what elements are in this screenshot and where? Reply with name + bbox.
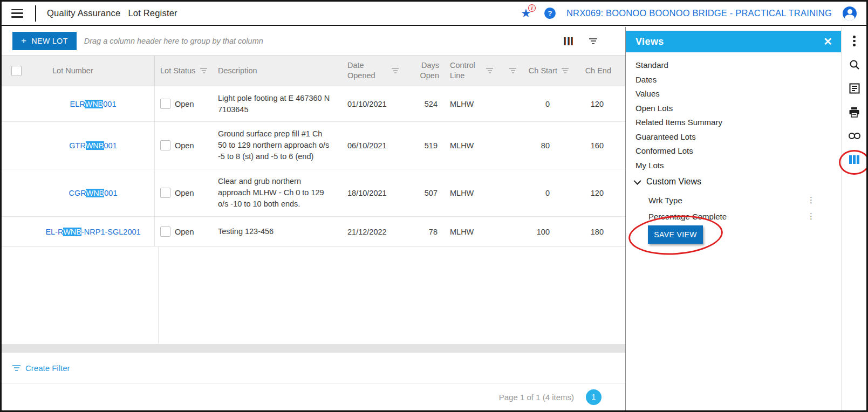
header-control-line[interactable]: Control Line [445,60,498,81]
search-highlight: WNB [63,228,81,236]
ch-end-cell: 120 [574,189,625,197]
kebab-menu-icon[interactable]: ⋮ [807,197,815,203]
header-ch-end[interactable]: Ch End [574,66,625,76]
topbar-divider [35,5,36,22]
views-columns-icon[interactable] [848,153,861,166]
custom-view-wrk-type[interactable]: Wrk Type ⋮ [626,192,841,208]
topbar-actions: ★ i ? NRX069: BOONOO BOONOO BRIDGE - PRA… [521,6,857,20]
form-view-icon[interactable] [848,82,861,95]
days-open-cell: 519 [404,141,445,150]
description-cell: Clear and grub northern approach MLHW - … [213,176,342,210]
view-item-values[interactable]: Values [626,87,841,101]
lot-status-checkbox[interactable] [160,99,170,109]
create-filter-button[interactable]: Create Filter [12,363,70,373]
favourites-star-icon[interactable]: ★ i [521,7,534,20]
lot-number-link[interactable]: ELRWNB001 [32,100,154,108]
print-icon[interactable] [848,106,861,119]
control-line-cell: MLHW [445,100,498,108]
header-description[interactable]: Description [213,66,342,76]
custom-view-percentage-complete[interactable]: Percentage Complete ⋮ [626,208,841,224]
grid-body: ELRWNB001 Open Light pole footing at E 4… [2,86,625,247]
lot-status-checkbox[interactable] [160,140,170,150]
search-icon[interactable] [848,58,861,71]
view-item-dates[interactable]: Dates [626,73,841,87]
table-row[interactable]: ELRWNB001 Open Light pole footing at E 4… [2,86,625,122]
grid-toolbar: + NEW LOT Drag a column header here to g… [2,27,625,55]
date-opened-cell: 06/10/2021 [342,141,404,150]
more-options-icon[interactable] [848,35,861,47]
lot-status-checkbox[interactable] [160,226,170,237]
ch-end-cell: 180 [574,228,625,236]
lot-grid-region: + NEW LOT Drag a column header here to g… [2,27,625,410]
lot-register-app: Quality Assurance Lot Register ★ i ? NRX… [0,0,868,412]
table-row[interactable]: GTRWNB001 Open Ground surface prep fill … [2,122,625,169]
header-filter-icon[interactable] [200,68,207,73]
ch-start-cell: 0 [523,189,574,197]
page-title: Lot Register [128,8,177,18]
ch-start-cell: 0 [523,100,574,108]
lot-number-link[interactable]: EL-RWNB-NRP1-SGL2001 [32,228,154,236]
hamburger-menu-icon[interactable] [11,9,23,18]
description-cell: Ground surface prep fill #1 Ch 50 to 129… [213,128,342,162]
filter-icon[interactable] [589,38,597,44]
save-view-button[interactable]: SAVE VIEW [648,225,703,244]
view-item-standard[interactable]: Standard [626,58,841,73]
filter-icon [12,365,20,371]
grid-empty-area [2,247,625,344]
column-chooser-icon[interactable] [564,37,573,45]
header-filter-icon[interactable] [392,68,399,73]
user-avatar[interactable] [843,6,857,20]
select-all-cell [2,66,32,76]
header-filter-icon[interactable] [509,68,516,73]
table-row[interactable]: CGRWNB001 Open Clear and grub northern a… [2,169,625,217]
top-bar: Quality Assurance Lot Register ★ i ? NRX… [2,2,866,26]
new-lot-button[interactable]: + NEW LOT [12,32,77,50]
control-line-cell: MLHW [445,141,498,150]
custom-views-group[interactable]: Custom Views [635,177,701,187]
help-icon[interactable]: ? [544,8,556,19]
pagination-bar: Page 1 of 1 (4 items) 1 [2,383,625,410]
description-cell: Testing 123-456 [213,226,342,237]
lot-number-link[interactable]: CGRWNB001 [32,189,154,197]
page-1-button[interactable]: 1 [586,389,602,405]
select-all-checkbox[interactable] [11,66,22,76]
view-item-conformed-lots[interactable]: Conformed Lots [626,144,841,159]
header-spacer [498,68,523,73]
header-date-opened[interactable]: Date Opened [342,60,404,81]
control-line-cell: MLHW [445,228,498,236]
header-lot-number[interactable]: Lot Number [32,66,154,76]
notification-badge: i [528,4,536,12]
header-ch-start[interactable]: Ch Start [523,66,574,76]
lot-status-checkbox[interactable] [160,188,170,198]
close-icon[interactable]: ✕ [823,36,832,47]
right-icon-sidebar [842,27,866,410]
plus-icon: + [21,36,26,46]
app-title: Quality Assurance [47,8,120,18]
views-panel-header: Views ✕ [626,31,841,52]
view-item-my-lots[interactable]: My Lots [626,159,841,173]
link-icon[interactable] [848,129,861,142]
view-item-open-lots[interactable]: Open Lots [626,101,841,116]
description-cell: Light pole footing at E 467360 N 7103645 [213,93,342,115]
search-highlight: WNB [85,100,103,108]
ch-start-cell: 100 [523,228,574,236]
chevron-down-icon [634,177,641,185]
page-info: Page 1 of 1 (4 items) [499,393,574,402]
header-filter-icon[interactable] [486,68,493,73]
view-item-related-items-summary[interactable]: Related Items Summary [626,115,841,130]
breadcrumb: Quality Assurance Lot Register [47,8,177,18]
kebab-menu-icon[interactable]: ⋮ [807,214,815,219]
project-name-link[interactable]: NRX069: BOONOO BOONOO BRIDGE - PRACTICAL… [566,8,832,18]
header-filter-icon[interactable] [562,68,569,73]
header-days-open[interactable]: Days Open [404,60,445,81]
table-row[interactable]: EL-RWNB-NRP1-SGL2001 Open Testing 123-45… [2,217,625,247]
view-item-guaranteed-lots[interactable]: Guaranteed Lots [626,130,841,145]
horizontal-scrollbar[interactable] [2,344,625,353]
lot-number-link[interactable]: GTRWNB001 [32,141,154,150]
custom-views-list: Wrk Type ⋮ Percentage Complete ⋮ [626,192,841,224]
views-panel-title: Views [635,36,664,47]
lot-status-label: Open [175,228,194,236]
views-list: Standard Dates Values Open Lots Related … [626,58,841,173]
header-lot-status[interactable]: Lot Status [154,56,213,86]
views-panel: Views ✕ Standard Dates Values Open Lots … [625,27,841,410]
